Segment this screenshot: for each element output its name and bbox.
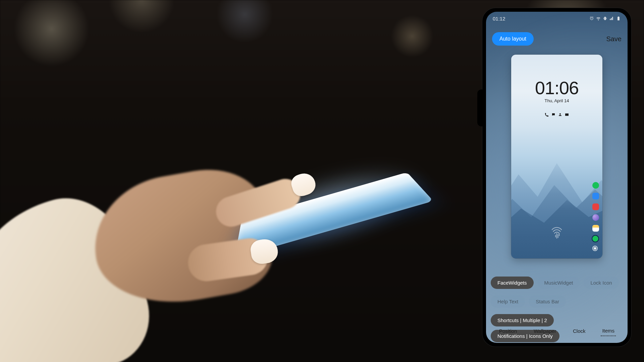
preview-notification-icons [511,112,602,116]
shortcut-rail [592,182,599,251]
signal-icon [609,16,614,21]
chip-facewidgets[interactable]: FaceWidgets [491,277,534,289]
vibrate-icon [603,16,607,21]
chip-musicwidget[interactable]: MusicWidget [538,277,580,289]
chip-row-2: Help Text Status Bar [491,295,623,308]
preview-clock-widget: 01:06 Thu, April 14 [511,79,602,116]
stage: 01:12 Auto layout Save [0,0,644,362]
hands-holding-phone-photo [0,87,369,362]
phone-side-button [477,89,483,126]
alarm-icon [589,16,594,21]
message-notif-icon [551,112,555,116]
lockscreen-preview[interactable]: 01:06 Thu, April 14 [511,55,602,258]
tab-wallpaper[interactable]: Wallpaper [532,326,557,336]
preview-date: Thu, April 14 [511,98,602,103]
phone-mockup-frame: 01:12 Auto layout Save [482,8,631,347]
wifi-icon [596,16,601,21]
shortcut-weather-icon[interactable] [592,225,599,232]
editor-header: Auto layout Save [486,30,628,48]
status-bar: 01:12 [486,12,628,25]
save-button[interactable]: Save [606,35,622,43]
chip-helptext[interactable]: Help Text [491,295,525,308]
person-notif-icon [558,112,562,116]
mail-notif-icon [565,112,569,116]
shortcut-phone-icon[interactable] [592,182,599,189]
shortcut-messages-icon[interactable] [592,193,599,199]
tab-items[interactable]: Items [601,326,616,336]
chip-row-1: FaceWidgets MusicWidget Lock Icon [491,277,623,289]
bottom-tabs: Position Wallpaper Clock Items [491,323,623,340]
status-time: 01:12 [493,16,505,21]
chip-statusbar[interactable]: Status Bar [529,295,566,308]
tab-clock[interactable]: Clock [572,326,587,336]
tab-position[interactable]: Position [498,326,518,336]
auto-layout-button[interactable]: Auto layout [492,32,534,46]
status-icons [589,16,621,21]
shortcut-spotify-icon[interactable] [592,236,598,242]
chip-lockicon[interactable]: Lock Icon [584,277,619,289]
battery-icon [616,16,621,21]
preview-time: 01:06 [511,79,602,97]
shortcut-camera-icon[interactable] [592,203,599,210]
phone-screen: 01:12 Auto layout Save [486,12,628,343]
shortcut-cast-icon[interactable] [592,246,598,251]
fingerprint-icon [549,226,564,241]
phone-notif-icon [545,112,549,116]
shortcut-internet-icon[interactable] [592,214,599,221]
